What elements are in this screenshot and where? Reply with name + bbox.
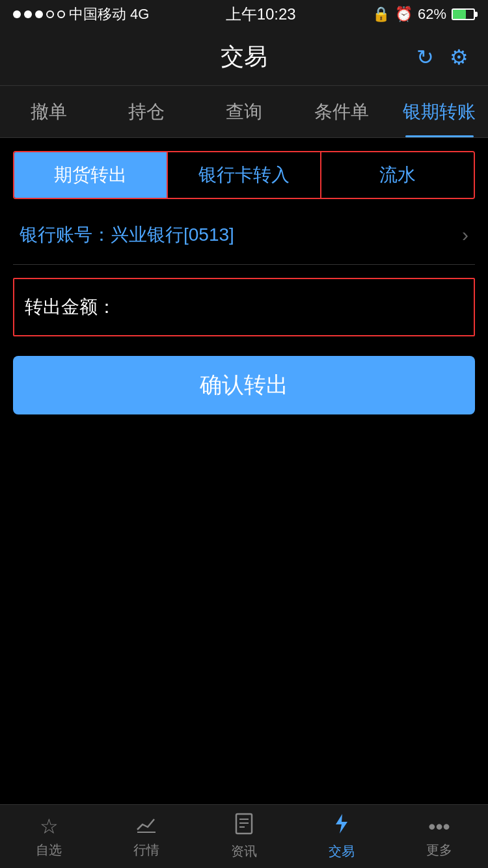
refresh-button[interactable]: ↻ — [416, 45, 434, 70]
battery-icon — [452, 8, 475, 20]
battery-percent: 62% — [418, 6, 446, 23]
dot3 — [35, 10, 43, 18]
status-left: 中国移动 4G — [13, 5, 149, 24]
bank-name-text: 银行账号：兴业银行 — [20, 224, 183, 245]
amount-input[interactable] — [116, 297, 463, 318]
bottom-tab-market[interactable]: 行情 — [98, 815, 195, 859]
nav-title: 交易 — [221, 41, 267, 73]
bottom-tab-watchlist-label: 自选 — [36, 841, 62, 859]
star-icon: ☆ — [40, 814, 59, 839]
dot4 — [46, 10, 54, 18]
lock-icon: 🔒 — [372, 6, 390, 23]
status-bar: 中国移动 4G 上午10:23 🔒 ⏰ 62% — [0, 0, 488, 29]
amount-label: 转出金额： — [25, 295, 116, 319]
nav-bar: 交易 ↻ ⚙ — [0, 29, 488, 86]
chart-icon — [136, 815, 157, 839]
tab-conditional[interactable]: 条件单 — [293, 86, 390, 137]
main-tabs: 撤单 持仓 查询 条件单 银期转账 — [0, 86, 488, 138]
signal-dots — [13, 10, 65, 18]
settings-button[interactable]: ⚙ — [450, 45, 468, 70]
tab-position[interactable]: 持仓 — [98, 86, 195, 137]
bottom-tab-trade[interactable]: 交易 — [293, 813, 390, 860]
dot2 — [24, 10, 32, 18]
lightning-icon — [333, 813, 350, 840]
alarm-icon: ⏰ — [395, 6, 413, 23]
bottom-tab-market-label: 行情 — [133, 841, 159, 859]
bottom-bar: ☆ 自选 行情 资讯 交易 ••• — [0, 804, 488, 868]
status-time: 上午10:23 — [226, 4, 296, 25]
chevron-right-icon: › — [462, 224, 468, 246]
content-area: 银行账号：兴业银行[0513] › 转出金额： 确认转出 — [0, 206, 488, 414]
bank-account-label: 银行账号：兴业银行[0513] — [20, 223, 234, 247]
dots-icon: ••• — [428, 815, 450, 839]
tab-cancel[interactable]: 撤单 — [0, 86, 98, 137]
bottom-tab-more-label: 更多 — [426, 841, 452, 859]
bank-account-row[interactable]: 银行账号：兴业银行[0513] › — [13, 206, 475, 265]
subtab-futures-out[interactable]: 期货转出 — [14, 152, 168, 198]
dot5 — [57, 10, 65, 18]
bottom-tab-news-label: 资讯 — [231, 843, 257, 860]
bottom-tab-trade-label: 交易 — [329, 843, 355, 860]
bank-account-suffix: [0513] — [183, 224, 234, 245]
bottom-tab-news[interactable]: 资讯 — [195, 813, 293, 860]
bottom-tab-watchlist[interactable]: ☆ 自选 — [0, 814, 98, 859]
svg-marker-5 — [336, 814, 347, 834]
confirm-transfer-button[interactable]: 确认转出 — [13, 356, 475, 414]
network-label: 4G — [130, 6, 149, 23]
status-right: 🔒 ⏰ 62% — [372, 6, 475, 23]
dot1 — [13, 10, 21, 18]
subtab-bank-in[interactable]: 银行卡转入 — [168, 152, 321, 198]
tab-transfer[interactable]: 银期转账 — [390, 86, 488, 137]
subtab-history[interactable]: 流水 — [321, 152, 474, 198]
carrier-label: 中国移动 — [69, 5, 126, 24]
bottom-tab-more[interactable]: ••• 更多 — [390, 815, 488, 859]
nav-icons: ↻ ⚙ — [416, 45, 468, 70]
amount-input-row: 转出金额： — [13, 278, 475, 336]
tab-query[interactable]: 查询 — [195, 86, 293, 137]
battery-fill — [453, 10, 466, 19]
doc-icon — [235, 813, 253, 840]
sub-tabs: 期货转出 银行卡转入 流水 — [13, 151, 475, 199]
